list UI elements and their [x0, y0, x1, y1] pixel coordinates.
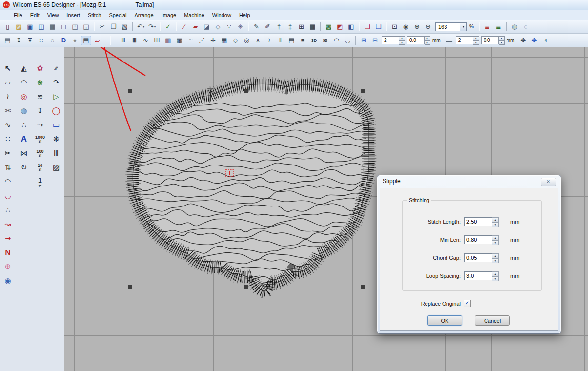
arc-up-icon[interactable]: ◠	[331, 36, 342, 45]
menu-edit[interactable]: Edit	[26, 11, 43, 19]
stitch-marks-tool[interactable]: ∷	[0, 132, 16, 146]
mirror-merge-tool[interactable]: ⋈	[16, 146, 32, 160]
spin-up-icon[interactable]: ▲	[492, 217, 499, 222]
travel-100-tool[interactable]: 100⇄	[32, 146, 48, 160]
read-from-machine-icon[interactable]: ◱	[81, 22, 91, 32]
string-stitch-icon[interactable]: ≀	[264, 36, 274, 45]
spin-down-icon[interactable]: ▼	[492, 276, 499, 281]
ok-button[interactable]: OK	[427, 315, 462, 326]
stitch-dots-icon[interactable]: ∷	[36, 36, 46, 45]
guide-major-spinner[interactable]: ▲▼	[473, 36, 479, 44]
stipple-run-icon[interactable]: ▤	[81, 36, 91, 45]
fur-stitch-icon[interactable]: ≋	[320, 36, 330, 45]
pan-vertical-icon[interactable]: ✥	[529, 36, 539, 45]
tatami-fill-icon[interactable]: ▥	[163, 36, 173, 45]
knife-tool[interactable]: ✄	[0, 103, 16, 118]
branching-tool[interactable]: ❀	[32, 75, 48, 89]
stitch-length-input[interactable]	[464, 217, 492, 226]
run-backward-tool[interactable]: ↝	[0, 217, 16, 231]
sample-fill-tool[interactable]: ▨	[48, 160, 64, 174]
guide-major-input[interactable]	[456, 36, 473, 44]
handle-top-right[interactable]	[361, 89, 365, 93]
digitize-icon[interactable]: ✐	[263, 22, 273, 32]
motif-fill-icon[interactable]: ✳	[235, 22, 245, 32]
dot-icon[interactable]: ●	[70, 36, 80, 45]
save-design-icon[interactable]: ▣	[25, 22, 35, 32]
spiral-fill-icon[interactable]: ◎	[242, 36, 252, 45]
spin-down-icon[interactable]: ▼	[399, 41, 405, 45]
handle-bottom-left[interactable]	[128, 285, 132, 289]
column-shape-tool[interactable]: ◠	[16, 75, 32, 89]
travel-1000-tool[interactable]: 1000⇄	[32, 132, 48, 146]
loop-spacing-spinner[interactable]: ▲▼	[492, 271, 499, 280]
grid-size-input[interactable]	[407, 36, 425, 44]
chord-gap-input[interactable]	[464, 253, 492, 262]
spin-down-icon[interactable]: ▼	[492, 222, 499, 227]
brain-embroidery-object[interactable]	[130, 84, 369, 290]
n-zigzag-tool[interactable]: N	[0, 245, 16, 259]
show-true-view-icon[interactable]: ◍	[509, 22, 520, 32]
polygon-select-tool[interactable]: ▱	[0, 75, 16, 89]
undo-icon[interactable]: ↶▾	[136, 22, 146, 32]
start-end-tool[interactable]: ▷	[48, 89, 64, 103]
arc-digitize-tool[interactable]: ↷	[48, 75, 64, 89]
stitch-cross-marks-tool[interactable]: ∴	[0, 203, 16, 217]
menu-insert[interactable]: Insert	[62, 11, 84, 19]
color-film-icon[interactable]: ▩	[324, 22, 334, 32]
stipple-fill-icon[interactable]: ∵	[224, 22, 234, 32]
closed-shape-icon[interactable]: ▱	[92, 36, 102, 45]
show-outlines-icon[interactable]: ◌	[521, 22, 531, 32]
save-as-icon[interactable]: ◫	[36, 22, 46, 32]
run-stitch-icon[interactable]: ∕	[179, 22, 189, 32]
select-tool[interactable]: ↖	[0, 61, 16, 75]
zoom-box-icon[interactable]: ⊡	[389, 22, 400, 32]
satin-stitch-icon[interactable]: ▰	[190, 22, 201, 32]
sequence-by-color-icon[interactable]: ≣	[482, 22, 492, 32]
threeD-warp-icon[interactable]: 3D	[309, 36, 319, 45]
hatch-lines-tool[interactable]: ∕∕∕	[48, 61, 64, 75]
pattern-fill-icon[interactable]: ▩	[174, 36, 184, 45]
satin-wide-icon[interactable]: Ⅲ	[129, 36, 140, 45]
min-len-spinner[interactable]: ▲▼	[492, 235, 499, 244]
title-bar[interactable]: ES Wilcom ES-65 Designer - [Mozg-5:1 Taj…	[0, 0, 588, 10]
spin-up-icon[interactable]: ▲	[399, 36, 405, 41]
spin-up-icon[interactable]: ▲	[425, 36, 430, 41]
spin-up-icon[interactable]: ▲	[492, 253, 499, 258]
stitch-edit-tool[interactable]: ∴	[16, 118, 32, 132]
print-preview-icon[interactable]: ◻	[59, 22, 69, 32]
grid-size-spinner[interactable]: ▲▼	[425, 36, 430, 44]
dot-fill-icon[interactable]: ⋰	[197, 36, 207, 45]
guide-size-input[interactable]	[481, 36, 499, 44]
color-blending-tool[interactable]: ✿	[32, 61, 48, 75]
menu-special[interactable]: Special	[105, 11, 130, 19]
min-len-input[interactable]	[464, 235, 492, 244]
ring-tool[interactable]: ◡	[0, 188, 16, 203]
handle-bottom-right[interactable]	[361, 285, 365, 289]
cross-stitch-icon[interactable]: ✛	[208, 36, 218, 45]
wave-fill-icon[interactable]: ≈	[185, 36, 196, 45]
thread-colors-icon[interactable]: ◩	[335, 22, 345, 32]
handle-top-left[interactable]	[128, 89, 132, 93]
generate-stitches-icon[interactable]: ✓	[163, 22, 173, 32]
pan-horizontal-icon[interactable]: ✥	[518, 36, 528, 45]
travel-1-tool[interactable]: 1⇄	[32, 174, 48, 188]
menu-stitch[interactable]: Stitch	[84, 11, 105, 19]
columns-tool[interactable]: Ⅲ	[48, 146, 64, 160]
spin-down-icon[interactable]: ▼	[473, 41, 479, 45]
menu-file[interactable]: File	[10, 11, 26, 19]
zoom-level-combo[interactable]: 163 ▾	[435, 22, 467, 31]
auto-lettering-icon[interactable]: Ŧ	[25, 36, 35, 45]
zoom-1to1-icon[interactable]: ◉	[401, 22, 411, 32]
menu-image[interactable]: Image	[158, 11, 181, 19]
spin-up-icon[interactable]: ▲	[499, 36, 505, 41]
travel-updown-tool[interactable]: ⇅	[0, 160, 16, 174]
spin-up-icon[interactable]: ▲	[492, 235, 499, 240]
ellipse-tool[interactable]: ◯	[48, 103, 64, 118]
grid-major-spinner[interactable]: ▲▼	[399, 36, 405, 44]
menu-view[interactable]: View	[43, 11, 63, 19]
contour-fill-icon[interactable]: ◇	[230, 36, 241, 45]
freehand-tool[interactable]: ≀	[0, 89, 16, 103]
thread-needle-icon[interactable]: ↧	[14, 36, 24, 45]
line-fill-icon[interactable]: ≡	[298, 36, 308, 45]
zoom-out-icon[interactable]: ⊖	[423, 22, 433, 32]
